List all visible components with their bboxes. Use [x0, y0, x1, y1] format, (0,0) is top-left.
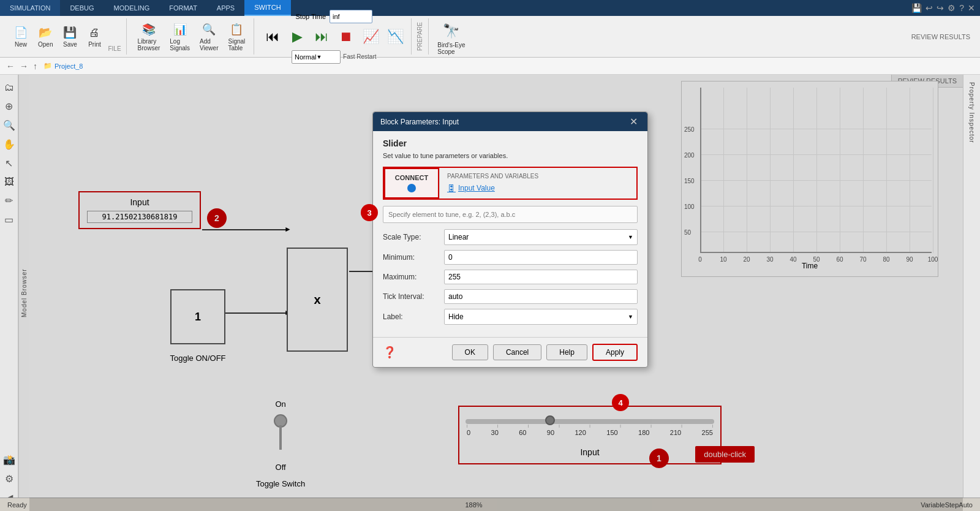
main-toolbar: 📄 New 📂 Open 💾 Save 🖨 Print FILE 📚 Libra… [0, 16, 980, 58]
maximum-label: Maximum: [383, 273, 444, 281]
tab-modeling[interactable]: MODELING [104, 0, 160, 16]
rewind-button[interactable]: ⏮ [262, 26, 284, 48]
nav-controls: ← → ↑ [5, 60, 39, 72]
breadcrumb-path: 📁 Project_8 [43, 62, 83, 70]
signal-table-button[interactable]: 📋 SignalTable [224, 20, 249, 54]
save-button[interactable]: 💾 Save [59, 23, 81, 50]
modal-overlay: 3 4 Block Parameters: Input ✕ Slider Set… [29, 75, 963, 511]
settings-icon[interactable]: ⚙ [2, 471, 16, 487]
connect-tab[interactable]: CONNECT [384, 168, 439, 199]
tab-switch[interactable]: SWITCH [244, 0, 290, 16]
nav-up-icon[interactable]: ↑ [32, 60, 39, 72]
sim-control-section: Stop Time ⏮ ▶ ⏭ ⏹ 📈 📉 Normal ▼ Fast Rest… [257, 18, 412, 55]
toolbar-icon-close[interactable]: ✕ [968, 3, 975, 13]
normal-dropdown-value: Normal [295, 53, 316, 61]
tab-format[interactable]: FORMAT [159, 0, 207, 16]
modal-title: Block Parameters: Input [380, 118, 459, 126]
label-value: Hide [448, 312, 464, 321]
draw-icon[interactable]: ✏ [2, 192, 15, 209]
viewer-icon: 🔍 [202, 22, 216, 37]
minimum-label: Minimum: [383, 253, 444, 262]
label-dropdown[interactable]: Hide ▼ [444, 309, 638, 325]
nav-forward-icon[interactable]: → [18, 60, 29, 72]
open-icon: 📂 [38, 25, 53, 40]
zoom-fit-icon[interactable]: ⊕ [2, 98, 15, 115]
step-button[interactable]: ⏭ [311, 26, 333, 48]
pan-icon[interactable]: ✋ [1, 136, 18, 153]
model-browser-icon[interactable]: 🗂 [2, 80, 17, 96]
image-icon[interactable]: 🖼 [2, 174, 17, 190]
toolbar-icon-save[interactable]: 💾 [911, 3, 922, 13]
save-icon: 💾 [62, 25, 77, 40]
tab-apps[interactable]: APPS [207, 0, 244, 16]
ok-button[interactable]: OK [452, 344, 488, 360]
params-title: PARAMETERS AND VARIABLES [447, 173, 629, 180]
toolbar-icon-redo[interactable]: ↪ [937, 3, 944, 13]
breadcrumb-project[interactable]: Project_8 [55, 62, 83, 70]
model-browser-label[interactable]: Model Browser [18, 75, 29, 511]
zoom-in-icon[interactable]: 🔍 [1, 117, 18, 134]
menu-bar: SIMULATION DEBUG MODELING FORMAT APPS SW… [0, 0, 980, 16]
apply-button[interactable]: Apply [592, 344, 638, 361]
modal-close-button[interactable]: ✕ [627, 116, 640, 127]
scale-type-arrow-icon: ▼ [628, 234, 633, 240]
print-label: Print [88, 41, 101, 48]
scale-type-label: Scale Type: [383, 233, 444, 241]
modal-type: Slider [383, 138, 638, 148]
data-button[interactable]: 📉 [384, 26, 406, 48]
specify-input[interactable] [383, 206, 638, 223]
property-inspector-label[interactable]: Property Inspector [968, 77, 975, 148]
library-icon: 📚 [141, 22, 156, 37]
toolbar-icon-undo[interactable]: ↩ [925, 3, 933, 13]
stop-time-input[interactable] [330, 10, 372, 23]
right-sidebar: Property Inspector ◀ [963, 75, 980, 511]
library-section: 📚 LibraryBrowser 📊 LogSignals 🔍 AddViewe… [129, 18, 255, 55]
modal-body: Slider Set value to tune parameters or v… [373, 131, 647, 337]
toolbar-icon-help[interactable]: ? [959, 3, 964, 13]
birds-eye-button[interactable]: 🔭 Bird's-EyeScope [434, 21, 469, 58]
cancel-button[interactable]: Cancel [493, 344, 541, 360]
review-results-header: REVIEW RESULTS [911, 33, 970, 40]
print-button[interactable]: 🖨 Print [83, 23, 105, 50]
birds-eye-section: 🔭 Bird's-EyeScope [428, 18, 473, 55]
main-layout: 🗂 ⊕ 🔍 ✋ ↖ 🖼 ✏ ▭ 📸 ⚙ ◀ Model Browser REVI… [0, 75, 980, 511]
select-icon[interactable]: ↖ [2, 155, 15, 172]
library-browser-button[interactable]: 📚 LibraryBrowser [134, 20, 164, 54]
label-row: Label: Hide ▼ [383, 309, 638, 325]
add-viewer-button[interactable]: 🔍 AddViewer [196, 20, 222, 54]
tab-simulation[interactable]: SIMULATION [0, 0, 60, 16]
new-button[interactable]: 📄 New [10, 23, 32, 50]
stop-button[interactable]: ⏹ [335, 26, 357, 48]
minimum-input[interactable] [444, 250, 638, 265]
new-label: New [15, 41, 27, 48]
connect-radio[interactable] [407, 184, 416, 192]
signal-icon: 📋 [229, 22, 244, 37]
help-button[interactable]: Help [546, 344, 587, 360]
status-ready: Ready [7, 501, 27, 509]
toolbar-icon-settings[interactable]: ⚙ [948, 3, 956, 13]
scope-button[interactable]: 📈 [360, 26, 382, 48]
prepare-label: PREPARE [414, 22, 426, 51]
nav-back-icon[interactable]: ← [5, 60, 16, 72]
dropdown-arrow-icon: ▼ [317, 54, 322, 60]
help-icon[interactable]: ❓ [383, 346, 396, 359]
param-link[interactable]: 🎛 Input Value [447, 183, 629, 193]
log-label: LogSignals [170, 38, 190, 51]
play-button[interactable]: ▶ [286, 26, 308, 48]
screenshot-icon[interactable]: 📸 [1, 452, 18, 468]
scale-type-dropdown[interactable]: Linear ▼ [444, 229, 638, 245]
normal-dropdown[interactable]: Normal ▼ [292, 50, 341, 64]
param-link-text: Input Value [458, 184, 495, 192]
tab-debug[interactable]: DEBUG [60, 0, 104, 16]
maximum-input[interactable] [444, 270, 638, 284]
shape-icon[interactable]: ▭ [2, 211, 16, 228]
open-label: Open [38, 41, 53, 48]
birds-eye-icon: 🔭 [443, 23, 459, 39]
minimum-row: Minimum: [383, 250, 638, 265]
birds-eye-label: Bird's-EyeScope [437, 42, 465, 55]
step3-badge: 3 [361, 204, 378, 221]
log-icon: 📊 [173, 22, 187, 37]
open-button[interactable]: 📂 Open [34, 23, 56, 50]
tick-interval-input[interactable] [444, 289, 638, 304]
log-signals-button[interactable]: 📊 LogSignals [166, 20, 194, 54]
